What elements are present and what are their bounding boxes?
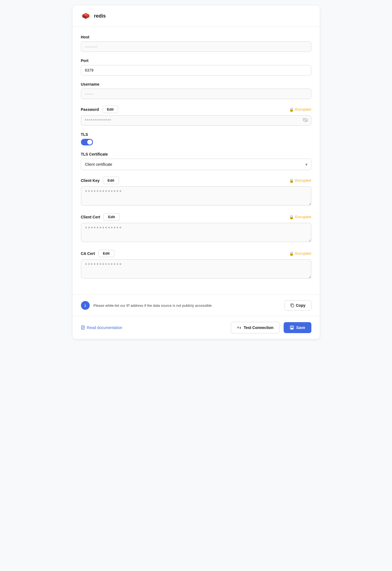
client-cert-edit-button[interactable]: Edit — [103, 213, 120, 221]
tls-certificate-select[interactable]: Client certificate CA certificate None — [81, 159, 311, 170]
test-connection-button[interactable]: Test Connection — [231, 322, 280, 333]
host-label: Host — [81, 35, 311, 39]
info-text: Please white-list our IP address if the … — [94, 303, 281, 308]
client-cert-encrypted-badge: 🔒 Encrypted — [289, 215, 311, 219]
client-cert-encrypted-label: Encrypted — [295, 215, 311, 219]
svg-rect-6 — [291, 326, 293, 327]
save-icon — [290, 325, 294, 330]
client-key-edit-button[interactable]: Edit — [103, 177, 119, 184]
password-input-wrapper — [81, 115, 311, 126]
client-cert-textarea[interactable] — [81, 223, 311, 242]
footer: Read documentation Test Connection Save — [73, 316, 320, 339]
page-title: redis — [94, 13, 106, 19]
header: 📦 redis — [73, 5, 320, 27]
username-label: Username — [81, 82, 311, 86]
lock-icon-2: 🔒 — [289, 178, 294, 183]
tls-certificate-select-wrapper: Client certificate CA certificate None ▾ — [81, 159, 311, 170]
ca-cert-textarea[interactable] — [81, 259, 311, 279]
copy-button-label: Copy — [296, 303, 306, 308]
test-connection-label: Test Connection — [244, 325, 273, 330]
tls-group: TLS — [81, 132, 311, 145]
port-input[interactable] — [81, 65, 311, 75]
tls-certificate-label: TLS Certificate — [81, 152, 311, 156]
arrows-icon — [237, 325, 241, 330]
tls-toggle[interactable] — [81, 139, 93, 145]
ca-cert-group: CA Cert Edit 🔒 Encrypted — [81, 250, 311, 280]
port-group: Port — [81, 58, 311, 75]
svg-rect-3 — [291, 305, 294, 307]
client-key-textarea[interactable] — [81, 186, 311, 206]
svg-text:📦: 📦 — [85, 14, 87, 16]
client-key-group: Client Key Edit 🔒 Encrypted — [81, 177, 311, 207]
save-label: Save — [296, 325, 305, 330]
save-button[interactable]: Save — [284, 322, 311, 333]
client-key-encrypted-label: Encrypted — [295, 178, 311, 182]
copy-ip-button[interactable]: Copy — [284, 300, 311, 311]
password-label: Password — [81, 107, 99, 112]
lock-icon-4: 🔒 — [289, 251, 294, 256]
ca-cert-label-row: CA Cert Edit 🔒 Encrypted — [81, 250, 311, 257]
read-docs-link[interactable]: Read documentation — [81, 325, 122, 330]
tls-certificate-group: TLS Certificate Client certificate CA ce… — [81, 152, 311, 170]
lock-icon-3: 🔒 — [289, 215, 294, 219]
password-input[interactable] — [81, 115, 311, 126]
ca-cert-encrypted-badge: 🔒 Encrypted — [289, 251, 311, 256]
lock-icon: 🔒 — [289, 107, 294, 112]
ca-cert-encrypted-label: Encrypted — [295, 251, 311, 255]
username-input[interactable] — [81, 89, 311, 99]
host-group: Host — [81, 35, 311, 52]
main-panel: 📦 redis Host Port Username Password Edit — [73, 5, 320, 339]
info-section: i Please white-list our IP address if th… — [73, 294, 320, 316]
info-icon: i — [81, 301, 90, 310]
docs-icon — [81, 325, 85, 330]
client-key-label-row: Client Key Edit 🔒 Encrypted — [81, 177, 311, 184]
client-key-label: Client Key — [81, 178, 100, 183]
password-edit-button[interactable]: Edit — [102, 106, 119, 113]
username-group: Username — [81, 82, 311, 99]
ca-cert-edit-button[interactable]: Edit — [98, 250, 114, 257]
tls-label: TLS — [81, 132, 311, 137]
password-group: Password Edit 🔒 Encrypted — [81, 106, 311, 126]
toggle-slider — [81, 139, 93, 145]
client-key-encrypted-badge: 🔒 Encrypted — [289, 178, 311, 183]
read-docs-label: Read documentation — [87, 325, 122, 330]
password-encrypted-label: Encrypted — [295, 107, 311, 111]
copy-icon — [290, 303, 294, 307]
form-body: Host Port Username Password Edit 🔒 Encry… — [73, 27, 320, 294]
host-input[interactable] — [81, 41, 311, 52]
client-cert-group: Client Cert Edit 🔒 Encrypted — [81, 213, 311, 243]
client-cert-label: Client Cert — [81, 215, 100, 219]
password-label-row: Password Edit 🔒 Encrypted — [81, 106, 311, 113]
eye-slash-icon[interactable] — [303, 118, 308, 123]
client-cert-label-row: Client Cert Edit 🔒 Encrypted — [81, 213, 311, 221]
password-encrypted-badge: 🔒 Encrypted — [289, 107, 311, 112]
redis-logo-icon: 📦 — [81, 11, 91, 21]
ca-cert-label: CA Cert — [81, 251, 95, 256]
svg-rect-7 — [291, 328, 293, 329]
port-label: Port — [81, 58, 311, 63]
tls-toggle-wrapper — [81, 139, 311, 145]
